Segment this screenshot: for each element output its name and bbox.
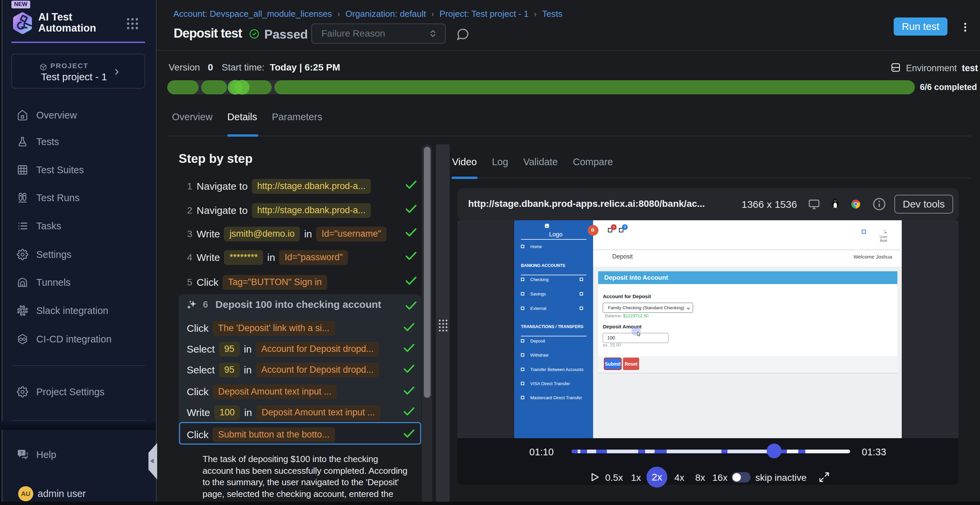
svg-text:?: ? [20, 450, 23, 455]
